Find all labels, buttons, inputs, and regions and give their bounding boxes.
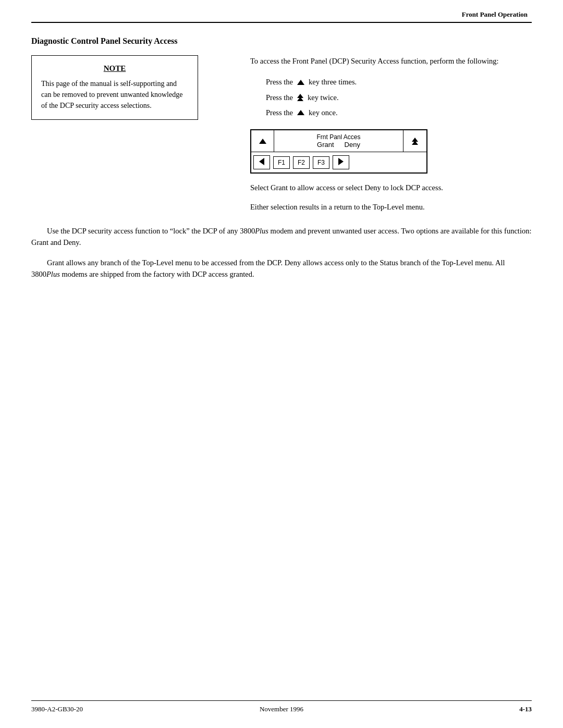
body-paragraphs: Use the DCP security access function to … <box>31 225 532 280</box>
panel-bottom-row: F1 F2 F3 <box>251 152 426 172</box>
panel-f1-btn: F1 <box>273 156 290 169</box>
section-heading: Diagnostic Control Panel Security Access <box>31 36 532 46</box>
dtri-up-icon-panel <box>412 138 418 145</box>
press-text-1: Press the <box>266 76 293 88</box>
tri-up-icon-1 <box>296 80 305 85</box>
panel-diagram: Frnt Panl Acces Grant Deny <box>250 129 427 174</box>
page: Front Panel Operation Diagnostic Control… <box>0 0 563 728</box>
dtri-up-icon-1 <box>296 94 304 101</box>
press-suffix-2: key twice. <box>308 92 339 104</box>
panel-f2-btn: F2 <box>293 156 310 169</box>
note-box: NOTE This page of the manual is self-sup… <box>31 55 198 120</box>
press-text-3: Press the <box>266 107 293 119</box>
left-arrow-icon <box>259 158 264 165</box>
press-suffix-1: key three times. <box>309 76 357 88</box>
panel-display-options: Grant Deny <box>317 141 360 149</box>
note-body: This page of the manual is self-supporti… <box>41 78 188 111</box>
page-header: Front Panel Operation <box>462 10 528 19</box>
press-line-2: Press the key twice. <box>266 92 532 104</box>
note-title: NOTE <box>41 64 188 73</box>
panel-right-arrow-btn <box>333 155 349 169</box>
top-rule <box>31 22 532 23</box>
right-arrow-icon <box>338 158 344 165</box>
two-column-layout: NOTE This page of the manual is self-sup… <box>31 55 532 220</box>
press-text-2: Press the <box>266 92 293 104</box>
main-content: Diagnostic Control Panel Security Access… <box>31 36 532 686</box>
intro-text: To access the Front Panel (DCP) Security… <box>250 55 532 67</box>
panel-display: Frnt Panl Acces Grant Deny <box>274 130 403 152</box>
left-column: NOTE This page of the manual is self-sup… <box>31 55 229 220</box>
panel-top-row: Frnt Panl Acces Grant Deny <box>251 130 426 152</box>
press-line-1: Press the key three times. <box>266 76 532 88</box>
press-line-3: Press the key once. <box>266 107 532 119</box>
after-panel-text-1: Select Grant to allow access or select D… <box>250 182 532 193</box>
after-panel-text-2: Either selection results in a return to … <box>250 201 532 213</box>
header-text: Front Panel Operation <box>462 10 528 18</box>
panel-f3-btn: F3 <box>313 156 329 169</box>
footer-center: November 1996 <box>260 705 303 713</box>
footer-left: 3980-A2-GB30-20 <box>31 705 83 713</box>
press-suffix-3: key once. <box>309 107 338 119</box>
page-footer: 3980-A2-GB30-20 November 1996 4-13 <box>31 700 532 713</box>
panel-left-arrow-btn <box>253 155 270 169</box>
panel-option-deny: Deny <box>345 141 360 149</box>
right-column: To access the Front Panel (DCP) Security… <box>250 55 532 220</box>
panel-option-grant: Grant <box>317 141 334 149</box>
body-para-2: Grant allows any branch of the Top-Level… <box>31 257 532 280</box>
body-para-1: Use the DCP security access function to … <box>31 225 532 249</box>
tri-up-icon-2 <box>296 110 305 115</box>
panel-tri-up-btn-left <box>251 130 274 152</box>
footer-right: 4-13 <box>519 705 532 713</box>
panel-dtri-up-btn-right <box>403 130 426 152</box>
panel-display-title: Frnt Panl Acces <box>316 133 360 141</box>
